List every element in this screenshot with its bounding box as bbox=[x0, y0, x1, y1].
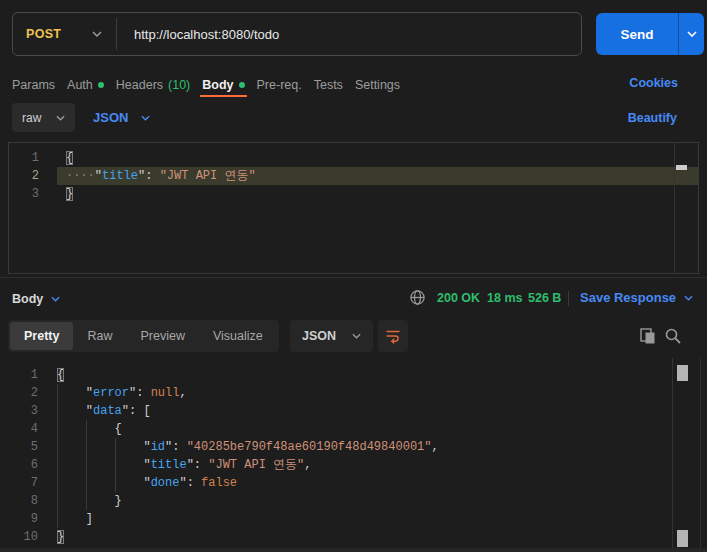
code-line: "id": "40285be790f48ae60190f48d49840001"… bbox=[48, 438, 707, 456]
response-format-dropdown[interactable]: JSON bbox=[290, 320, 373, 352]
send-button-group: Send bbox=[596, 13, 704, 55]
code-line: ] bbox=[48, 510, 707, 528]
code-token: title bbox=[102, 169, 138, 183]
response-code-lines: 1{2 "error": null,3 "data": [4 {5 "id": … bbox=[0, 366, 707, 546]
editor-line: 5 "id": "40285be790f48ae60190f48d4984000… bbox=[0, 438, 707, 456]
editor-line[interactable]: 3} bbox=[9, 185, 698, 203]
tab-raw[interactable]: Raw bbox=[73, 322, 126, 350]
response-body-viewer: 1{2 "error": null,3 "data": [4 {5 "id": … bbox=[0, 358, 707, 552]
tab-tests[interactable]: Tests bbox=[308, 74, 349, 95]
body-format-label: JSON bbox=[93, 110, 128, 125]
code-line: { bbox=[48, 366, 707, 384]
code-token: { bbox=[57, 422, 122, 436]
body-type-dropdown[interactable]: raw bbox=[12, 103, 75, 132]
line-number: 6 bbox=[0, 456, 48, 474]
code-token: false bbox=[201, 476, 237, 490]
tab-label: Pre-req. bbox=[257, 78, 302, 92]
scroll-marker[interactable] bbox=[677, 365, 688, 381]
tab-auth[interactable]: Auth bbox=[61, 74, 110, 95]
overview-ruler bbox=[672, 358, 701, 548]
line-number: 2 bbox=[9, 167, 57, 185]
save-response-dropdown[interactable]: Save Response bbox=[580, 290, 693, 305]
code-token: } bbox=[57, 530, 64, 544]
code-token: " bbox=[57, 386, 93, 400]
search-icon bbox=[664, 327, 682, 345]
copy-icon bbox=[639, 327, 657, 345]
code-line: { bbox=[57, 149, 698, 167]
tab-settings[interactable]: Settings bbox=[349, 74, 406, 95]
save-response-label: Save Response bbox=[580, 290, 676, 305]
line-number: 8 bbox=[0, 492, 48, 510]
request-body-editor[interactable]: 1{2····"title": "JWT API 연동"3} bbox=[8, 142, 699, 274]
divider bbox=[568, 291, 569, 306]
wrap-lines-button[interactable] bbox=[378, 320, 408, 352]
url-input[interactable]: http://localhost:8080/todo bbox=[117, 27, 279, 42]
code-token: , bbox=[304, 458, 311, 472]
response-size: 526 B bbox=[528, 291, 561, 305]
method-selector[interactable]: POST bbox=[13, 13, 116, 55]
line-number: 2 bbox=[0, 384, 48, 402]
editor-line: 8 } bbox=[0, 492, 707, 510]
send-button[interactable]: Send bbox=[596, 13, 678, 55]
line-number: 5 bbox=[0, 438, 48, 456]
tab-pretty[interactable]: Pretty bbox=[10, 322, 73, 350]
code-line: ····"title": "JWT API 연동" bbox=[57, 167, 698, 185]
api-client-window: POST http://localhost:8080/todo Send Par… bbox=[0, 0, 707, 552]
code-token: : bbox=[172, 440, 186, 454]
code-token: : [ bbox=[129, 404, 151, 418]
editor-line: 6 "title": "JWT API 연동", bbox=[0, 456, 707, 474]
green-dot bbox=[239, 82, 245, 88]
tab-label: Headers bbox=[116, 78, 163, 92]
line-number: 3 bbox=[9, 185, 57, 203]
scroll-marker[interactable] bbox=[676, 165, 687, 170]
code-token: " bbox=[187, 458, 194, 472]
editor-line: 7 "done": false bbox=[0, 474, 707, 492]
tab-pre-req[interactable]: Pre-req. bbox=[251, 74, 308, 95]
code-token: "40285be790f48ae60190f48d49840001" bbox=[187, 440, 432, 454]
tab-visualize[interactable]: Visualize bbox=[199, 322, 277, 350]
indent-guide bbox=[57, 384, 58, 528]
code-token: : bbox=[194, 458, 208, 472]
code-token: { bbox=[66, 151, 73, 165]
chevron-down-icon bbox=[92, 31, 102, 37]
tab-preview[interactable]: Preview bbox=[126, 322, 198, 350]
response-view-label: Body bbox=[12, 292, 43, 306]
line-number: 4 bbox=[0, 420, 48, 438]
indent-guide bbox=[86, 420, 87, 510]
request-url-bar: POST http://localhost:8080/todo bbox=[12, 12, 582, 56]
code-token: data bbox=[93, 404, 122, 418]
response-view-dropdown[interactable]: Body bbox=[12, 289, 60, 309]
code-line: } bbox=[57, 185, 698, 203]
green-dot bbox=[98, 82, 104, 88]
scroll-marker[interactable] bbox=[677, 530, 688, 547]
code-token: : bbox=[187, 476, 201, 490]
tab-body[interactable]: Body bbox=[196, 74, 250, 95]
code-line: "error": null, bbox=[48, 384, 707, 402]
editor-line[interactable]: 1{ bbox=[9, 149, 698, 167]
indent-guide bbox=[115, 438, 116, 492]
section-divider bbox=[0, 277, 707, 278]
beautify-link[interactable]: Beautify bbox=[628, 111, 677, 125]
line-number: 1 bbox=[0, 366, 48, 384]
tab-params[interactable]: Params bbox=[6, 74, 61, 95]
response-view-tabs: PrettyRawPreviewVisualize bbox=[8, 320, 279, 352]
send-options-button[interactable] bbox=[678, 13, 704, 55]
body-format-dropdown[interactable]: JSON bbox=[87, 103, 156, 132]
code-line: } bbox=[48, 492, 707, 510]
code-token: error bbox=[93, 386, 129, 400]
copy-response-button[interactable] bbox=[638, 326, 658, 346]
horizontal-scrollbar-track[interactable] bbox=[0, 548, 707, 552]
tab-headers[interactable]: Headers(10) bbox=[110, 74, 196, 95]
cookies-link[interactable]: Cookies bbox=[629, 76, 678, 90]
editor-line[interactable]: 2····"title": "JWT API 연동" bbox=[9, 167, 698, 185]
method-label: POST bbox=[26, 27, 61, 41]
code-token: id bbox=[151, 440, 165, 454]
code-token: title bbox=[151, 458, 187, 472]
code-token: "JWT API 연동" bbox=[160, 169, 256, 183]
code-token: " bbox=[122, 404, 129, 418]
network-globe-icon[interactable] bbox=[409, 289, 426, 310]
search-response-button[interactable] bbox=[663, 326, 683, 346]
code-token: ···· bbox=[66, 169, 95, 183]
tab-label: Tests bbox=[314, 78, 343, 92]
code-token: " bbox=[57, 458, 151, 472]
